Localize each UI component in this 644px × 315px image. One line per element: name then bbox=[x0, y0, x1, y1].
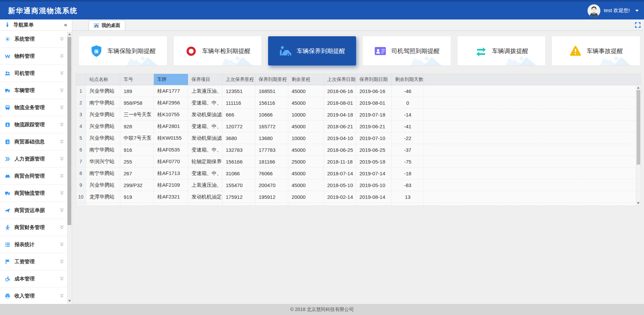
sidebar-item-label: 物流跟踪管理 bbox=[14, 122, 55, 128]
sidebar-item-cost-management[interactable]: 成本管理 bbox=[0, 270, 67, 287]
chevron-double-down-icon bbox=[59, 208, 65, 213]
table-cell-filler bbox=[424, 132, 641, 144]
scroll-up-icon[interactable] bbox=[68, 33, 71, 35]
table-row[interactable]: 1兴业华腾站189桂AF1777上装液压油、减12355116855145000… bbox=[76, 85, 641, 97]
column-header-站点名称[interactable]: 站点名称 bbox=[86, 74, 120, 85]
sidebar-scrollbar-thumb[interactable] bbox=[68, 37, 71, 225]
table-cell: 278 bbox=[120, 203, 154, 206]
sidebar-item-vehicle-management[interactable]: 车辆管理 bbox=[0, 82, 67, 99]
sidebar-item-label: 车辆管理 bbox=[14, 87, 55, 94]
table-row[interactable]: 6南宁华腾站916桂AF0535变速箱、中、后13278317778345000… bbox=[76, 144, 641, 156]
chevron-double-down-icon bbox=[59, 105, 65, 110]
sidebar-collapse-button[interactable]: « bbox=[64, 21, 67, 28]
sidebar-item-system-management[interactable]: 系统管理 bbox=[0, 31, 67, 48]
sidebar-item-label: 报表统计 bbox=[14, 241, 55, 248]
table-cell: 76066 bbox=[255, 168, 288, 179]
table-row[interactable]: 10龙潭华腾站919桂AF2321发动机机油定期1759121959122000… bbox=[76, 191, 641, 203]
sidebar-item-income-management[interactable]: 收入管理 bbox=[0, 287, 67, 304]
scroll-up-icon[interactable] bbox=[637, 87, 640, 89]
card-vehicle-maintenance-reminder[interactable]: 车辆保养到期提醒 bbox=[268, 36, 356, 65]
sidebar-item-label: 商贸货运单据 bbox=[14, 207, 55, 214]
license-icon bbox=[374, 45, 387, 57]
sidebar-scrollbar[interactable] bbox=[67, 32, 72, 303]
card-vehicle-insurance-reminder[interactable]: 保 车辆保险到期提醒 bbox=[79, 36, 167, 65]
table-scrollbar[interactable] bbox=[636, 86, 640, 205]
sidebar-item-logistics-business[interactable]: 物流业务管理 bbox=[0, 99, 67, 116]
table-row[interactable]: 5兴业华腾站中联7号天泵桂KW0155发动机柴油滤芯36801368010000… bbox=[76, 132, 641, 144]
table-row[interactable]: 9兴业华腾站299/P32桂AF2109上装液压油、减1554702004704… bbox=[76, 179, 641, 191]
table-cell: -75 bbox=[392, 156, 424, 167]
table-scrollbar-thumb[interactable] bbox=[637, 90, 640, 165]
column-header-row-number[interactable] bbox=[76, 74, 86, 85]
tab-my-desktop[interactable]: 我的桌面 bbox=[89, 20, 125, 30]
card-watermark-decoration bbox=[126, 55, 167, 65]
sidebar-item-report-statistics[interactable]: 报表统计 bbox=[0, 236, 67, 253]
scroll-down-icon[interactable] bbox=[68, 300, 71, 302]
table-cell: 2018-06-25 bbox=[324, 144, 356, 155]
table-cell-filler bbox=[424, 156, 641, 167]
table-cell: -57 bbox=[392, 203, 424, 206]
column-header-剩余里程[interactable]: 剩余里程 bbox=[288, 74, 324, 85]
table-cell: 轮轴定期保养 bbox=[188, 156, 222, 167]
table-cell: 2019-07-14 bbox=[356, 168, 392, 179]
table-cell: 156166 bbox=[222, 156, 255, 167]
table-cell: 195912 bbox=[255, 191, 288, 203]
user-menu[interactable]: test 欢迎您! bbox=[588, 4, 639, 17]
table-cell-filler bbox=[424, 109, 641, 120]
table-cell: 13 bbox=[392, 191, 424, 203]
column-header-车号[interactable]: 车号 bbox=[120, 74, 154, 85]
table-cell: 45000 bbox=[288, 121, 324, 132]
sidebar-item-label: 人力资源管理 bbox=[14, 156, 55, 162]
walker-icon bbox=[5, 225, 10, 230]
table-row[interactable]: 11龙潭华腾站278桂AF1735轮轴定期保养16559319059325000… bbox=[76, 203, 641, 206]
sidebar-item-trade-contract[interactable]: 商贸合同管理 bbox=[0, 168, 67, 185]
column-header-上次保养日期[interactable]: 上次保养日期 bbox=[324, 74, 356, 85]
table-cell: 45000 bbox=[288, 168, 324, 179]
table-cell: 190593 bbox=[255, 203, 288, 206]
column-header-上次保养里程[interactable]: 上次保养里程 bbox=[222, 74, 255, 85]
sidebar-item-trade-basic-info[interactable]: 商贸基础信息 bbox=[0, 133, 67, 150]
sidebar-item-salary-management[interactable]: 工资管理 bbox=[0, 253, 67, 270]
shield-icon: 保 bbox=[90, 45, 103, 57]
chevron-double-down-icon bbox=[59, 156, 65, 161]
truck-icon bbox=[5, 88, 10, 93]
table-cell: -22 bbox=[392, 132, 424, 144]
table-row[interactable]: 4兴业华腾站928桂AF2801变速箱、中、后12077216577245000… bbox=[76, 121, 641, 132]
table-cell: -83 bbox=[392, 179, 424, 191]
sidebar-item-human-resources[interactable]: 人力资源管理 bbox=[0, 150, 67, 168]
column-header-剩余到期天数[interactable]: 剩余到期天数 bbox=[392, 74, 424, 85]
card-driver-license-reminder[interactable]: 司机驾照到期提醒 bbox=[363, 36, 451, 65]
table-cell: 31066 bbox=[222, 168, 255, 179]
table-row[interactable]: 2南宁华腾站958/P58桂AF2956变速箱、中、后1111161561164… bbox=[76, 97, 641, 109]
table-row[interactable]: 7华润兴宁站255桂AF0770轮轴定期保养156166181166250002… bbox=[76, 156, 641, 168]
sidebar-item-trade-logistics[interactable]: 商贸物流管理 bbox=[0, 185, 67, 202]
column-header-车牌[interactable]: 车牌 bbox=[154, 74, 188, 85]
chevron-double-down-icon bbox=[59, 37, 65, 41]
sidebar-item-logistics-tracking[interactable]: 物流跟踪管理 bbox=[0, 116, 67, 133]
column-header-保养到期里程[interactable]: 保养到期里程 bbox=[255, 74, 288, 85]
table-cell: 155470 bbox=[222, 179, 255, 191]
sidebar-item-driver-management[interactable]: 司机管理 bbox=[0, 65, 67, 82]
card-vehicle-inspection-reminder[interactable]: 车辆年检到期提醒 bbox=[174, 36, 262, 65]
column-header-保养到期日期[interactable]: 保养到期日期 bbox=[356, 74, 392, 85]
table-cell: 10666 bbox=[255, 109, 288, 120]
chevron-double-down-icon bbox=[59, 54, 65, 58]
ring-icon bbox=[185, 45, 198, 57]
column-header-filler[interactable] bbox=[424, 74, 641, 85]
table-cell: 666 bbox=[222, 109, 255, 120]
column-header-保养项目[interactable]: 保养项目 bbox=[188, 74, 222, 85]
card-vehicle-transfer-reminder[interactable]: 车辆调拨提醒 bbox=[458, 36, 546, 65]
scroll-down-icon[interactable] bbox=[637, 202, 640, 204]
table-row[interactable]: 3兴业华腾站三一8号天泵桂K10755发动机柴油滤芯66610666100002… bbox=[76, 109, 641, 121]
fullscreen-icon[interactable] bbox=[635, 22, 641, 28]
sidebar-item-trade-freight-docs[interactable]: 商贸货运单据 bbox=[0, 202, 67, 219]
chevron-double-down-icon bbox=[59, 276, 65, 281]
card-vehicle-accident-reminder[interactable]: 车辆事故提醒 bbox=[552, 36, 640, 65]
table-cell: 桂AF1735 bbox=[154, 203, 188, 206]
row-number-cell: 10 bbox=[76, 191, 86, 203]
table-cell: 桂KW0155 bbox=[154, 132, 188, 144]
sidebar-item-trade-finance[interactable]: 商贸财务管理 bbox=[0, 219, 67, 236]
table-cell: 龙潭华腾站 bbox=[86, 191, 120, 203]
table-row[interactable]: 8南宁华腾站267桂AF1713变速箱、中、后31066760664500020… bbox=[76, 168, 641, 179]
sidebar-item-material-management[interactable]: 物料管理 bbox=[0, 48, 67, 65]
